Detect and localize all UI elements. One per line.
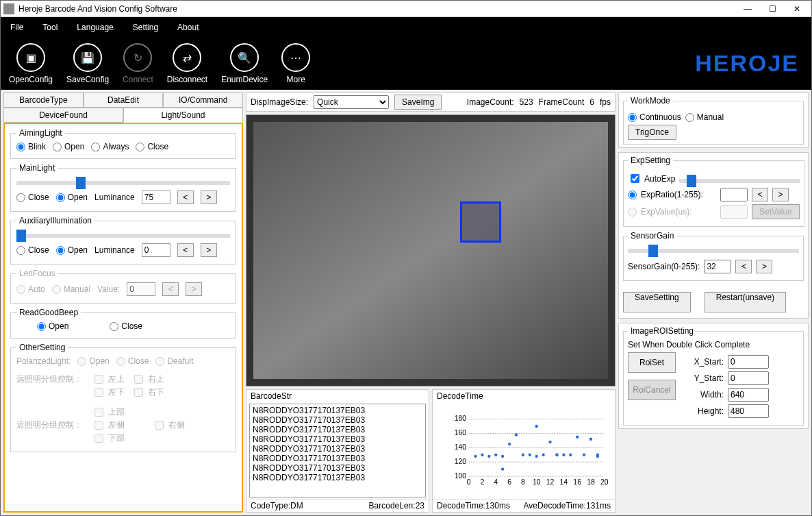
- aiming-always-radio[interactable]: Always: [91, 142, 129, 151]
- more-button[interactable]: ⋯ More: [281, 43, 310, 84]
- trigonce-button[interactable]: TrigOnce: [628, 125, 676, 140]
- svg-text:20: 20: [600, 478, 608, 486]
- aiming-open-radio[interactable]: Open: [53, 142, 84, 151]
- mainlight-inc-button[interactable]: >: [201, 191, 217, 204]
- auxlight-dec-button[interactable]: <: [177, 243, 194, 257]
- disconnect-button[interactable]: ⇄ Disconnect: [167, 43, 207, 84]
- svg-text:14: 14: [560, 478, 568, 486]
- imagecount-value: 523: [520, 97, 533, 107]
- mainlight-open-radio[interactable]: Open: [56, 193, 88, 202]
- decodetime-chart: 10012014016018002468101214161820: [433, 402, 615, 499]
- lenfocus-inc-button: >: [186, 282, 202, 296]
- mainlight-dec-button[interactable]: <: [177, 191, 194, 204]
- mainlight-luminance-input[interactable]: [142, 191, 170, 204]
- search-icon: 🔍: [230, 43, 259, 72]
- sensorgain-dec-button[interactable]: <: [735, 260, 752, 273]
- aiming-blink-radio[interactable]: Blink: [16, 142, 46, 151]
- workmode-continuous-radio[interactable]: Continuous: [628, 112, 681, 122]
- minimize-button[interactable]: —: [741, 4, 754, 14]
- roi-overlay: [460, 201, 501, 243]
- connect-button[interactable]: ↻ Connect: [123, 43, 153, 84]
- auxlight-luminance-input[interactable]: [142, 243, 170, 257]
- sensorgain-group: SensorGain SensorGain(0-255): < >: [623, 231, 804, 281]
- lenfocus-dec-button: <: [162, 282, 179, 296]
- roi-height-input[interactable]: [728, 404, 769, 418]
- expratio-dec-button[interactable]: <: [752, 188, 768, 201]
- avedecodetime-value: 131ms: [586, 501, 611, 511]
- roiset-button[interactable]: RoiSet: [628, 352, 676, 373]
- aiming-close-radio[interactable]: Close: [136, 142, 168, 151]
- auxlight-open-radio[interactable]: Open: [56, 245, 88, 255]
- workmode-group: WorkMode Continuous Manual TrigOnce: [623, 96, 804, 145]
- menu-language[interactable]: Language: [77, 23, 113, 32]
- folder-icon: ▣: [16, 43, 45, 72]
- dispimagesize-select[interactable]: Quick: [314, 95, 389, 109]
- auxlight-close-radio[interactable]: Close: [16, 245, 49, 255]
- beep-close-radio[interactable]: Close: [110, 321, 142, 331]
- svg-point-34: [548, 441, 551, 443]
- lenfocus-auto-radio: Auto: [16, 284, 45, 294]
- svg-text:12: 12: [546, 478, 555, 486]
- svg-point-25: [501, 455, 504, 458]
- tab-devicefound[interactable]: DeviceFound: [3, 108, 123, 123]
- openconfig-button[interactable]: ▣ OpenConfig: [9, 43, 53, 84]
- menu-setting[interactable]: Setting: [133, 23, 158, 32]
- tab-lightsound[interactable]: Light/Sound: [123, 108, 243, 123]
- tab-dataedit[interactable]: DataEdit: [84, 93, 164, 108]
- expratio-inc-button[interactable]: >: [772, 188, 789, 201]
- svg-text:8: 8: [521, 478, 525, 486]
- svg-point-22: [481, 454, 483, 456]
- roicancel-button[interactable]: RoiCancel: [628, 380, 676, 400]
- workmode-manual-radio[interactable]: Manual: [685, 112, 724, 122]
- svg-point-24: [494, 454, 497, 456]
- tab-iocommand[interactable]: IO/Command: [163, 93, 243, 108]
- svg-text:18: 18: [587, 478, 595, 486]
- roi-xstart-input[interactable]: [728, 355, 769, 369]
- mainlight-close-radio[interactable]: Close: [16, 193, 49, 202]
- refresh-icon: ↻: [123, 43, 152, 72]
- menu-file[interactable]: File: [10, 23, 23, 32]
- image-preview[interactable]: [246, 114, 616, 386]
- expratio-radio[interactable]: [628, 191, 637, 199]
- savesetting-button[interactable]: SaveSetting: [623, 292, 691, 312]
- close-button[interactable]: ✕: [791, 4, 803, 14]
- autoexp-check[interactable]: AutoExp: [628, 172, 675, 185]
- barcode-list[interactable]: N8RODDYO3177170137EB03N8RODDYO3177170137…: [249, 404, 426, 497]
- svg-text:160: 160: [455, 429, 467, 437]
- far-lu-check: 左上: [92, 373, 125, 386]
- svg-point-37: [562, 454, 565, 456]
- image-toolbar: DispImageSize: Quick SaveImg ImageCount:…: [246, 93, 616, 112]
- svg-text:0: 0: [467, 478, 471, 486]
- svg-point-30: [529, 454, 531, 456]
- svg-point-41: [589, 438, 592, 441]
- svg-point-36: [555, 454, 558, 456]
- svg-point-33: [542, 454, 544, 456]
- sensorgain-inc-button[interactable]: >: [756, 260, 772, 273]
- sensorgain-input[interactable]: [704, 260, 731, 273]
- near-right-check: 右侧: [152, 419, 185, 432]
- far-ld-check: 左下: [92, 386, 125, 399]
- auxlight-inc-button[interactable]: >: [201, 243, 217, 257]
- titlebar: Heroje Barcode And Vision Config Softwar…: [1, 1, 811, 17]
- roi-width-input[interactable]: [728, 388, 769, 402]
- expratio-input[interactable]: [720, 188, 748, 201]
- disconnect-icon: ⇄: [173, 43, 201, 72]
- menu-about[interactable]: About: [177, 23, 199, 32]
- roi-hint: Set When Double Click Complete: [628, 340, 799, 349]
- maximize-button[interactable]: ☐: [766, 4, 778, 14]
- far-ru-check: 右上: [131, 373, 164, 386]
- enumdevice-button[interactable]: 🔍 EnumDevice: [221, 43, 268, 84]
- more-icon: ⋯: [281, 43, 310, 72]
- svg-text:140: 140: [455, 443, 467, 451]
- menu-tool[interactable]: Tool: [42, 23, 58, 32]
- saveimg-button[interactable]: SaveImg: [394, 95, 442, 110]
- roi-ystart-input[interactable]: [728, 371, 769, 385]
- svg-point-32: [535, 425, 538, 428]
- svg-point-43: [596, 455, 599, 458]
- tab-barcodetype[interactable]: BarcodeType: [3, 93, 84, 108]
- svg-text:100: 100: [455, 472, 467, 480]
- saveconfig-button[interactable]: 💾 SaveConfig: [66, 43, 109, 84]
- decodetime-title: DecodeTime: [433, 390, 615, 402]
- restart-button[interactable]: Restart(unsave): [705, 292, 786, 312]
- beep-open-radio[interactable]: Open: [37, 321, 68, 331]
